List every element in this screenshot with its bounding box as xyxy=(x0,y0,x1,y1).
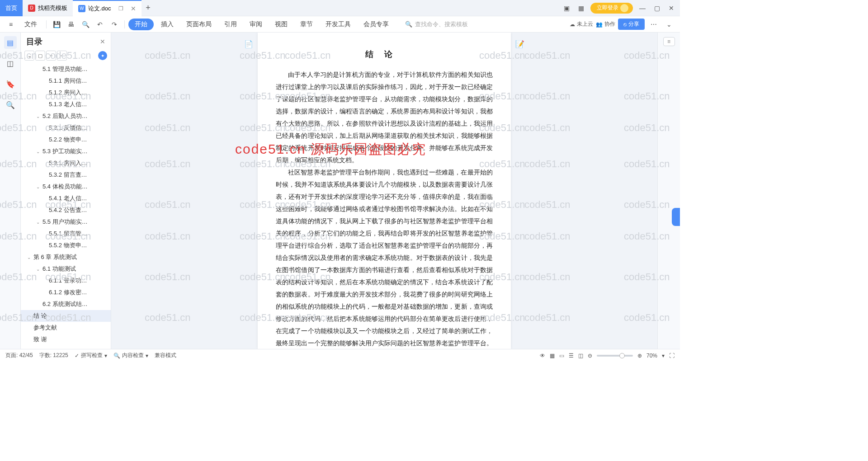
toc-item[interactable]: ⌄5.2 后勤人员功… xyxy=(21,110,111,122)
content-icon: 🔍 xyxy=(113,353,120,359)
view-web-icon[interactable]: ▭ xyxy=(559,353,564,359)
file-menu[interactable]: 文件 xyxy=(19,16,42,33)
preview-icon[interactable]: 🔍 xyxy=(79,18,92,31)
menu-icon[interactable]: ≡ xyxy=(5,18,17,31)
toc-item-label: 6.1.1 登录功… xyxy=(49,277,87,285)
toc-item[interactable]: 5.4.1 老人信… xyxy=(21,193,111,204)
panel-collapse-icon[interactable]: ≡ xyxy=(663,37,675,46)
chevron-icon: ⌄ xyxy=(36,114,42,119)
toc-item[interactable]: 5.1.2 房间入… xyxy=(21,87,111,99)
new-tab-button[interactable]: + xyxy=(142,3,155,13)
tab-document-label: 论文.doc xyxy=(88,5,111,13)
toc-item-label: 结 论 xyxy=(33,312,47,320)
toc-remove[interactable]: − xyxy=(57,51,67,61)
menu-insert[interactable]: 插入 xyxy=(156,16,179,33)
fit-icon[interactable]: ⛶ xyxy=(669,353,675,359)
view-page-icon[interactable]: ◫ xyxy=(578,353,583,359)
toc-item[interactable]: ⌄第 6 章 系统测试 xyxy=(21,251,111,263)
collab-button[interactable]: 👥协作 xyxy=(596,20,615,28)
toc-item[interactable]: 结 论 xyxy=(21,310,111,322)
toc-item[interactable]: 6.1.2 修改密… xyxy=(21,287,111,298)
menu-view[interactable]: 视图 xyxy=(269,16,293,33)
cloud-status[interactable]: ☁未上云 xyxy=(570,20,593,28)
toc-item[interactable]: ⌄5.3 护工功能实… xyxy=(21,146,111,157)
toc-item[interactable]: 5.2.2 物资申… xyxy=(21,134,111,146)
toc-item[interactable]: ⌄6.1 功能测试 xyxy=(21,263,111,275)
expand-icon[interactable]: ⌄ xyxy=(663,18,675,31)
close-tab-icon[interactable]: ✕ xyxy=(131,5,136,12)
maximize-icon[interactable]: ▢ xyxy=(652,3,662,13)
login-button[interactable]: 立即登录 xyxy=(590,3,633,14)
toc-item-label: 5.2 后勤人员功… xyxy=(42,112,88,120)
card-icon[interactable]: ◫ xyxy=(4,57,17,70)
layout-icon[interactable]: ▣ xyxy=(561,3,571,13)
menu-references[interactable]: 引用 xyxy=(219,16,242,33)
outline-icon[interactable]: ▤ xyxy=(4,36,17,49)
share-button[interactable]: ⎋分享 xyxy=(618,19,645,30)
toc-close-icon[interactable]: ✕ xyxy=(100,38,105,45)
toc-item[interactable]: 致 谢 xyxy=(21,334,111,345)
duplicate-tab-icon[interactable]: ❐ xyxy=(118,5,123,12)
chevron-icon: ⌄ xyxy=(27,255,33,260)
zoom-slider[interactable] xyxy=(597,355,633,357)
menu-review[interactable]: 审阅 xyxy=(244,16,268,33)
spell-check[interactable]: ✓拼写检查 ▾ xyxy=(75,352,107,359)
view-read-icon[interactable]: 👁 xyxy=(540,353,545,359)
window-close-icon[interactable]: ✕ xyxy=(666,3,676,13)
toc-item[interactable]: 5.3.2 留言查… xyxy=(21,169,111,181)
bookmark-icon[interactable]: 🔖 xyxy=(4,78,17,90)
edge-tab[interactable] xyxy=(672,208,680,226)
toc-item[interactable]: 6.1.1 登录功… xyxy=(21,275,111,287)
command-search[interactable]: 🔍查找命令、搜索模板 xyxy=(405,20,468,28)
toc-add[interactable]: + xyxy=(46,51,56,61)
toc-expand-box[interactable]: ▢ xyxy=(35,51,45,61)
toc-item[interactable]: 5.4.2 公告查… xyxy=(21,204,111,216)
find-icon[interactable]: 🔍 xyxy=(4,99,17,111)
toc-item[interactable]: ⌄5.4 体检员功能… xyxy=(21,181,111,193)
toc-item[interactable]: 5.2.1 反馈信… xyxy=(21,122,111,134)
toc-item[interactable]: 5.1.3 老人信… xyxy=(21,99,111,110)
toc-item[interactable]: 5.5.2 物资申… xyxy=(21,240,111,251)
word-count[interactable]: 字数: 12225 xyxy=(39,352,68,359)
save-icon[interactable]: 💾 xyxy=(50,18,63,31)
toc-item[interactable]: 5.1.1 房间信… xyxy=(21,75,111,87)
menu-start[interactable]: 开始 xyxy=(128,19,154,30)
toc-item-label: 5.2.2 物资申… xyxy=(49,136,87,144)
page-note-icon[interactable]: 📝 xyxy=(515,37,524,52)
tab-document[interactable]: W 论文.doc ❐ ✕ xyxy=(73,0,142,16)
apps-icon[interactable]: ▦ xyxy=(576,3,586,13)
zoom-in-icon[interactable]: ⊕ xyxy=(637,353,642,359)
page-clip-icon[interactable]: 📄 xyxy=(244,37,253,52)
menu-chapter[interactable]: 章节 xyxy=(295,16,318,33)
document-area[interactable]: 📄 📝 结论 由于本人学习的是计算机方面的专业，对于计算机软件方面的相关知识也进… xyxy=(111,33,657,349)
toc-item[interactable]: 参考文献 xyxy=(21,322,111,334)
view-outline-icon[interactable]: ☰ xyxy=(569,353,574,359)
toc-item[interactable]: ⌄5.5 用户功能实… xyxy=(21,216,111,228)
toc-collapse-all[interactable]: ⌄ xyxy=(24,51,34,61)
tab-home[interactable]: 首页 xyxy=(0,0,23,16)
more-icon[interactable]: ⋯ xyxy=(647,18,660,31)
toc-item[interactable]: 5.5.1 留言管… xyxy=(21,228,111,240)
tab-template[interactable]: D 找稻壳模板 xyxy=(23,0,73,16)
menu-devtools[interactable]: 开发工具 xyxy=(320,16,356,33)
compat-mode[interactable]: 兼容模式 xyxy=(155,352,176,359)
content-check[interactable]: 🔍内容检查 ▾ xyxy=(113,352,148,359)
print-icon[interactable]: 🖶 xyxy=(65,18,77,31)
toc-item-label: 参考文献 xyxy=(33,324,57,332)
avatar-icon xyxy=(620,4,628,12)
toc-list: 5.1 管理员功能…5.1.1 房间信…5.1.2 房间入…5.1.3 老人信…… xyxy=(21,63,111,349)
toc-item[interactable]: 5.3.1 房间入… xyxy=(21,157,111,169)
toc-item[interactable]: 6.2 系统测试结… xyxy=(21,298,111,310)
view-print-icon[interactable]: ▦ xyxy=(550,353,555,359)
redo-icon[interactable]: ↷ xyxy=(108,18,121,31)
undo-icon[interactable]: ↶ xyxy=(94,18,106,31)
toc-item[interactable]: 5.1 管理员功能… xyxy=(21,63,111,75)
menu-member[interactable]: 会员专享 xyxy=(358,16,394,33)
toc-ai-icon[interactable]: ✦ xyxy=(98,51,107,60)
menu-pagelayout[interactable]: 页面布局 xyxy=(181,16,217,33)
minimize-icon[interactable]: — xyxy=(637,3,647,13)
zoom-out-icon[interactable]: ⊖ xyxy=(588,353,592,359)
zoom-value[interactable]: 70% xyxy=(646,353,657,359)
doc-icon: W xyxy=(78,5,85,12)
page-indicator[interactable]: 页面: 42/45 xyxy=(5,352,33,359)
